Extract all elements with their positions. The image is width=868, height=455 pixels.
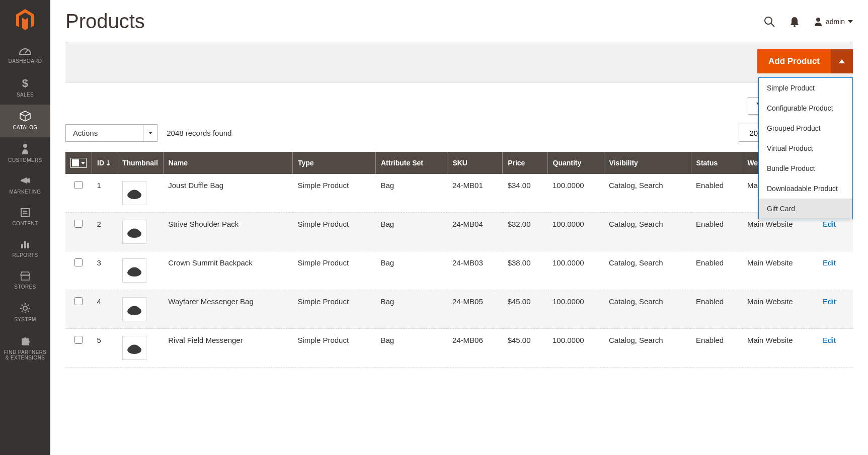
gear-icon: [2, 303, 48, 314]
add-product-button[interactable]: Add Product: [757, 49, 831, 73]
cell-type: Simple Product: [292, 174, 375, 213]
column-header[interactable]: Type: [292, 152, 375, 174]
svg-text:$: $: [22, 77, 29, 89]
row-checkbox[interactable]: [74, 181, 83, 189]
cell-visibility: Catalog, Search: [604, 290, 691, 329]
magento-logo[interactable]: [15, 10, 35, 30]
nav-label: FIND PARTNERS & EXTENSIONS: [2, 349, 48, 360]
search-icon[interactable]: [763, 16, 775, 28]
cell-thumbnail: [117, 174, 164, 213]
product-thumbnail[interactable]: [122, 336, 146, 360]
column-header[interactable]: Price: [503, 152, 547, 174]
cell-type: Simple Product: [292, 251, 375, 290]
box-icon: [2, 111, 48, 122]
user-icon: [814, 17, 823, 26]
column-header[interactable]: Quantity: [547, 152, 604, 174]
table-row[interactable]: 3Crown Summit BackpackSimple ProductBag2…: [65, 251, 853, 290]
edit-link[interactable]: Edit: [823, 258, 836, 267]
cell-action: Edit: [818, 251, 853, 290]
nav-reports[interactable]: REPORTS: [0, 233, 50, 265]
product-thumbnail[interactable]: [122, 258, 146, 283]
cell-type: Simple Product: [292, 213, 375, 251]
svg-point-20: [794, 25, 796, 27]
nav-system[interactable]: SYSTEM: [0, 297, 50, 329]
svg-line-14: [22, 305, 23, 306]
column-header[interactable]: SKU: [447, 152, 503, 174]
cell-attribute-set: Bag: [375, 174, 447, 213]
row-select-cell: [65, 290, 92, 329]
row-checkbox[interactable]: [74, 258, 83, 266]
mass-actions-select[interactable]: Actions: [65, 124, 157, 142]
svg-line-19: [771, 23, 774, 27]
cell-attribute-set: Bag: [375, 290, 447, 329]
grid-toolbar: Actions 2048 records found per page: [65, 124, 853, 142]
cell-quantity: 100.0000: [547, 329, 604, 368]
add-product-option[interactable]: Virtual Product: [759, 138, 852, 158]
column-header[interactable]: Name: [163, 152, 292, 174]
chevron-down-icon: [143, 125, 157, 141]
cell-type: Simple Product: [292, 290, 375, 329]
add-product-option[interactable]: Grouped Product: [759, 118, 852, 138]
cell-name: Strive Shoulder Pack: [163, 213, 292, 251]
nav-marketing[interactable]: MARKETING: [0, 170, 50, 202]
add-product-option[interactable]: Gift Card: [759, 199, 852, 219]
nav-dashboard[interactable]: DASHBOARD: [0, 39, 50, 71]
nav-partners[interactable]: FIND PARTNERS & EXTENSIONS: [0, 329, 50, 368]
product-thumbnail[interactable]: [122, 220, 146, 244]
nav-catalog[interactable]: CATALOG: [0, 105, 50, 137]
table-row[interactable]: 2Strive Shoulder PackSimple ProductBag24…: [65, 213, 853, 251]
svg-rect-7: [24, 241, 26, 248]
column-header[interactable]: Attribute Set: [375, 152, 447, 174]
row-select-cell: [65, 174, 92, 213]
svg-line-16: [22, 311, 23, 312]
cell-name: Joust Duffle Bag: [163, 174, 292, 213]
cell-attribute-set: Bag: [375, 251, 447, 290]
column-header[interactable]: Visibility: [604, 152, 691, 174]
column-header[interactable]: Status: [691, 152, 742, 174]
cell-websites: Main Website: [742, 329, 818, 368]
cell-status: Enabled: [691, 213, 742, 251]
select-all-checkbox[interactable]: [70, 158, 87, 168]
edit-link[interactable]: Edit: [823, 336, 836, 344]
bar-chart-icon: [2, 239, 48, 249]
add-product-toggle[interactable]: [831, 49, 853, 73]
add-product-option[interactable]: Configurable Product: [759, 98, 852, 118]
grid-controls: Filters Default V: [65, 97, 853, 115]
nav-label: DASHBOARD: [2, 58, 48, 64]
column-header[interactable]: ID: [92, 152, 117, 174]
cell-price: $45.00: [503, 329, 547, 368]
row-checkbox[interactable]: [74, 336, 83, 344]
nav-content[interactable]: CONTENT: [0, 202, 50, 233]
product-thumbnail[interactable]: [122, 181, 146, 205]
nav-stores[interactable]: STORES: [0, 265, 50, 297]
nav-sales[interactable]: $ SALES: [0, 71, 50, 105]
add-product-option[interactable]: Downloadable Product: [759, 178, 852, 199]
cell-price: $38.00: [503, 251, 547, 290]
row-select-cell: [65, 251, 92, 290]
row-checkbox[interactable]: [74, 220, 83, 228]
account-menu[interactable]: admin: [814, 17, 853, 26]
edit-link[interactable]: Edit: [823, 297, 836, 306]
svg-point-2: [23, 144, 27, 148]
column-header[interactable]: [65, 152, 92, 174]
svg-point-18: [765, 17, 772, 24]
dollar-icon: $: [2, 77, 48, 89]
cell-attribute-set: Bag: [375, 213, 447, 251]
cell-sku: 24-MB06: [447, 329, 503, 368]
bell-icon[interactable]: [790, 16, 800, 27]
chevron-up-icon: [839, 59, 845, 63]
table-row[interactable]: 1Joust Duffle BagSimple ProductBag24-MB0…: [65, 174, 853, 213]
cell-sku: 24-MB03: [447, 251, 503, 290]
row-checkbox[interactable]: [74, 297, 83, 305]
column-header[interactable]: Thumbnail: [117, 152, 164, 174]
add-product-option[interactable]: Bundle Product: [759, 158, 852, 178]
page-icon: [2, 208, 48, 218]
table-row[interactable]: 4Wayfarer Messenger BagSimple ProductBag…: [65, 290, 853, 329]
row-select-cell: [65, 213, 92, 251]
add-product-option[interactable]: Simple Product: [759, 78, 852, 98]
product-thumbnail[interactable]: [122, 297, 146, 321]
nav-customers[interactable]: CUSTOMERS: [0, 137, 50, 170]
edit-link[interactable]: Edit: [823, 220, 836, 228]
cell-quantity: 100.0000: [547, 251, 604, 290]
table-row[interactable]: 5Rival Field MessengerSimple ProductBag2…: [65, 329, 853, 368]
